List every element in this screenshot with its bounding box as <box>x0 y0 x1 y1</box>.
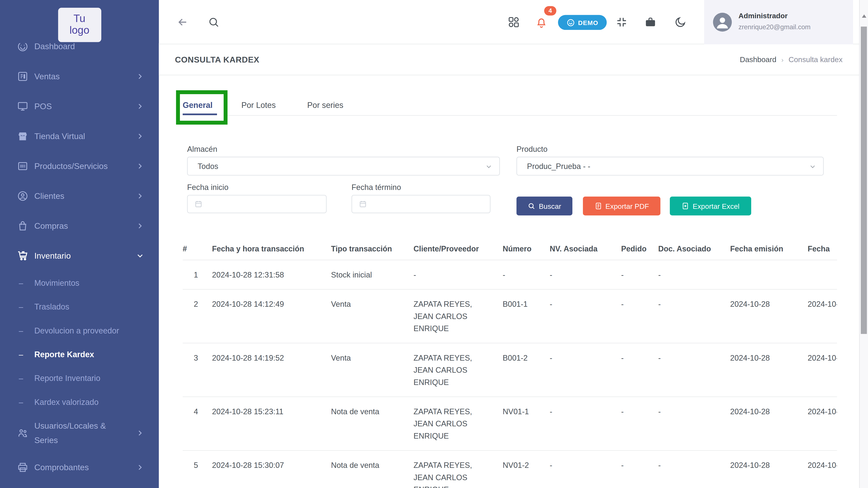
dash-bullet: – <box>19 326 23 335</box>
chevron-right-icon <box>135 221 145 231</box>
chevron-down-icon <box>485 163 493 171</box>
apps-grid-icon[interactable] <box>507 16 520 28</box>
cell-tipo: Nota de venta <box>331 451 413 488</box>
sidebar-subitem-reporte-inventario[interactable]: – Reporte Inventario <box>0 366 159 390</box>
user-email: zrenrique20@gmail.com <box>739 23 811 31</box>
sidebar-item-inventario[interactable]: Inventario <box>0 241 159 271</box>
tabs-divider <box>227 115 837 116</box>
cell-tipo: Venta <box>331 289 413 343</box>
sidebar-item-tienda-virtual[interactable]: Tienda Virtual <box>0 121 159 151</box>
sidebar-item-usuarios-locales-series[interactable]: Usuarios/Locales & Series <box>0 414 159 452</box>
dark-mode-moon-icon[interactable] <box>674 16 686 28</box>
brand-logo[interactable]: Tu logo <box>58 8 101 42</box>
buscar-button[interactable]: Buscar <box>517 196 572 215</box>
tab-por-series[interactable]: Por series <box>307 101 343 110</box>
sidebar-subitem-traslados[interactable]: – Traslados <box>0 295 159 318</box>
breadcrumb-current: Consulta kardex <box>788 55 843 64</box>
column-header: Pedido <box>621 238 658 260</box>
cell-doc-asociado: - <box>658 397 730 451</box>
sidebar-item-comprobantes[interactable]: Comprobantes <box>0 452 159 482</box>
almacen-select[interactable]: Todos <box>187 157 500 176</box>
cell-pedido: - <box>621 289 658 343</box>
cart-icon <box>17 250 29 262</box>
chevron-right-icon <box>135 72 145 81</box>
cell-pedido: - <box>621 260 658 289</box>
kardex-table: #Fecha y hora transacciónTipo transacció… <box>183 238 837 488</box>
fullscreen-toggle-icon[interactable] <box>616 16 628 28</box>
cell-numero: NV01-1 <box>503 397 550 451</box>
topbar: 4 DEMO Administrador zrenrique20@gmail.c… <box>159 0 859 44</box>
vertical-scrollbar[interactable] <box>859 0 868 488</box>
kardex-table-container: #Fecha y hora transacciónTipo transacció… <box>183 238 837 488</box>
cell-tipo: Stock inicial <box>331 260 413 289</box>
cell-doc-asociado: - <box>658 260 730 289</box>
chevron-down-icon <box>809 163 816 171</box>
scrollbar-up-arrow[interactable] <box>862 14 866 18</box>
tab-general[interactable]: General <box>183 101 213 110</box>
exportar-pdf-button[interactable]: Exportar PDF <box>583 196 660 215</box>
cell-doc-asociado: - <box>658 289 730 343</box>
cell-cliente: - <box>413 260 503 289</box>
sidebar-subitem-kardex-valorizado[interactable]: – Kardex valorizado <box>0 390 159 414</box>
sidebar-subitem-reporte-kardex[interactable]: – Reporte Kardex <box>0 342 159 366</box>
cell-pedido: - <box>621 397 658 451</box>
cell-fecha: 2024-10-28 <box>808 451 837 488</box>
demo-badge[interactable]: DEMO <box>558 15 607 30</box>
notification-badge: 4 <box>544 6 556 16</box>
sidebar-subitem-devolucion-a-proveedor[interactable]: – Devolucion a proveedor <box>0 318 159 342</box>
column-header: Tipo transacción <box>331 238 413 260</box>
cell-nv-asociada: - <box>550 343 621 397</box>
chevron-right-icon <box>135 162 145 171</box>
tab-por-lotes[interactable]: Por Lotes <box>241 101 276 110</box>
sidebar-item-pos[interactable]: POS <box>0 91 159 121</box>
cell-numero: B001-1 <box>503 289 550 343</box>
cell-cliente: ZAPATA REYES, JEAN CARLOS ENRIQUE <box>413 289 503 343</box>
column-header: Cliente/Proveedor <box>413 238 503 260</box>
cell-pedido: - <box>621 343 658 397</box>
cell-nv-asociada: - <box>550 397 621 451</box>
breadcrumb-dashboard[interactable]: Dashboard <box>740 55 776 64</box>
user-menu[interactable]: Administrador zrenrique20@gmail.com <box>704 0 853 44</box>
cell-index: 5 <box>183 451 212 488</box>
cell-numero: B001-2 <box>503 343 550 397</box>
cell-fecha-hora: 2024-10-28 15:30:07 <box>212 451 331 488</box>
calendar-icon <box>194 200 203 208</box>
cell-fecha: 2024-10-28 <box>808 289 837 343</box>
sidebar-item-compras[interactable]: Compras <box>0 211 159 241</box>
dash-bullet: – <box>19 373 23 383</box>
table-row: 2 2024-10-28 14:12:49 Venta ZAPATA REYES… <box>183 289 837 343</box>
column-header: Doc. Asociado <box>658 238 730 260</box>
chevron-right-icon <box>135 102 145 111</box>
sidebar-item-productos-servicios[interactable]: Productos/Servicios <box>0 151 159 181</box>
producto-select[interactable]: Produc_Prueba - - <box>517 157 824 176</box>
sidebar: Dashboard Ventas POS Tienda Virtual Prod… <box>0 0 159 488</box>
exportar-excel-button[interactable]: Exportar Excel <box>670 196 751 215</box>
back-arrow-icon[interactable] <box>177 16 189 28</box>
search-icon[interactable] <box>208 16 220 28</box>
cell-tipo: Venta <box>331 343 413 397</box>
cell-fecha-hora: 2024-10-28 14:12:49 <box>212 289 331 343</box>
excel-file-icon <box>682 202 689 210</box>
sidebar-item-ventas[interactable]: Ventas <box>0 61 159 91</box>
cell-cliente: ZAPATA REYES, JEAN CARLOS ENRIQUE <box>413 397 503 451</box>
sidebar-subitem-movimientos[interactable]: – Movimientos <box>0 271 159 295</box>
page-header: CONSULTA KARDEX Dashboard›Consulta karde… <box>159 44 859 75</box>
fecha-inicio-input[interactable] <box>187 195 327 213</box>
avatar <box>713 13 732 32</box>
column-header: # <box>183 238 212 260</box>
printer-icon <box>17 461 29 474</box>
scrollbar-thumb[interactable] <box>861 27 867 334</box>
cell-index: 4 <box>183 397 212 451</box>
cell-nv-asociada: - <box>550 451 621 488</box>
cell-index: 1 <box>183 260 212 289</box>
table-row: 3 2024-10-28 14:19:52 Venta ZAPATA REYES… <box>183 343 837 397</box>
fecha-termino-input[interactable] <box>351 195 491 213</box>
briefcase-icon[interactable] <box>645 16 656 28</box>
invoice-icon <box>17 70 29 83</box>
sidebar-item-clientes[interactable]: Clientes <box>0 181 159 211</box>
notification-bell-icon[interactable] <box>535 17 547 29</box>
cell-fecha: 2024-10-28 <box>808 343 837 397</box>
cell-doc-asociado: - <box>658 343 730 397</box>
column-header: Fecha y hora transacción <box>212 238 331 260</box>
page-title: CONSULTA KARDEX <box>175 55 259 64</box>
